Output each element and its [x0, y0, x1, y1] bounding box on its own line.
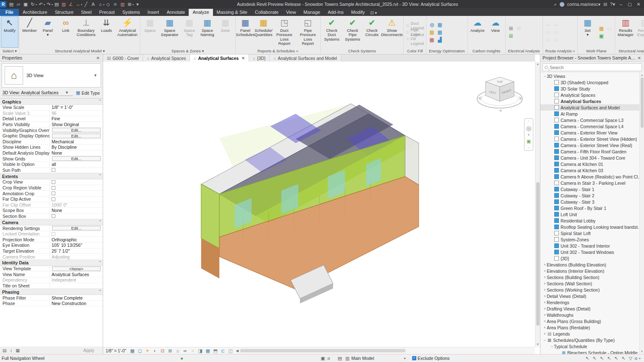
create-load-icon[interactable]: ⊞: [507, 32, 515, 39]
close-icon[interactable]: ✕: [96, 56, 101, 60]
tree-item[interactable]: +Walkthroughs: [540, 312, 644, 318]
property-value[interactable]: 105' 10 13/256": [49, 243, 103, 248]
view-tab-analytical-spaces[interactable]: ⌂Analytical Spaces: [143, 54, 190, 62]
tree-item[interactable]: −▦Schedules/Quantities (By Type): [540, 337, 644, 343]
power-analytical-icon[interactable]: ⊞: [507, 25, 515, 32]
close-button[interactable]: ✕: [636, 2, 641, 7]
property-value[interactable]: Edit...: [49, 127, 103, 133]
worksets-control[interactable]: ▣ :0: [319, 356, 330, 361]
properties-help-icon[interactable]: ▤: [3, 348, 7, 353]
design-options-icon[interactable]: ▥: [344, 356, 351, 361]
select-underlay-icon[interactable]: ↖: [591, 356, 598, 361]
drawing-area[interactable]: ▤G000 - Cover⌂Analytical Spaces⌂Analytic…: [103, 54, 540, 354]
search-icon[interactable]: ⌕: [554, 2, 557, 7]
checkbox[interactable]: [52, 232, 55, 236]
electrical-settings-icon[interactable]: ⊞: [515, 25, 523, 32]
chevron-down-icon[interactable]: ▾: [36, 3, 37, 6]
drag-on-selection-icon[interactable]: ↖: [613, 356, 620, 361]
property-value[interactable]: Adjusting: [49, 254, 103, 259]
ribbon-tab-annotate[interactable]: Annotate: [163, 9, 189, 16]
section-header-phasing[interactable]: Phasingˆ: [0, 289, 103, 295]
reset-icon[interactable]: ↖: [620, 356, 627, 361]
set-button[interactable]: ▦Set ▾: [579, 16, 596, 48]
sun-path-icon[interactable]: ☀: [144, 348, 151, 354]
pipe-pressure-loss-report-button[interactable]: ◱Pipe Pressure Loss Report: [296, 16, 319, 48]
property-value[interactable]: Show Complete: [49, 295, 103, 300]
tree-item[interactable]: +Detail Views (Detail): [540, 293, 644, 299]
space-button[interactable]: ▦Space: [141, 16, 159, 48]
reveal-hidden-elements-icon[interactable]: ○: [189, 348, 197, 354]
tree-item[interactable]: 3D (Shaded) Uncropped: [540, 79, 644, 85]
property-value[interactable]: Fine: [49, 116, 103, 122]
reveal-obstacles-icon[interactable]: ▭: [553, 21, 560, 28]
create-energy-model-icon[interactable]: ▦: [428, 28, 436, 36]
highlight-displacement-icon[interactable]: ⬒: [212, 348, 219, 354]
tree-item[interactable]: +Sections (Building Section): [540, 274, 644, 280]
space-naming-button[interactable]: ▦Space Naming: [199, 16, 216, 48]
panel-button[interactable]: ▰Panel ▾: [39, 16, 57, 48]
chevron-down-icon[interactable]: ▼: [93, 73, 101, 78]
expander-icon[interactable]: +: [543, 332, 547, 336]
tree-item[interactable]: Residential Lobby: [540, 217, 644, 224]
optimize-icon[interactable]: ▟: [436, 36, 444, 43]
property-value[interactable]: Edit...: [49, 225, 103, 231]
tree-item[interactable]: Camera at Kitchen 01: [540, 161, 644, 167]
expander-icon[interactable]: +: [543, 288, 547, 292]
property-value[interactable]: By Discipline: [49, 145, 103, 150]
signed-in-user[interactable]: corina.marinesc▾: [567, 2, 600, 7]
view-cube[interactable]: TOP LEFT FRONT: [475, 75, 526, 115]
view-tab-analytical-surfaces[interactable]: ⌂Analytical Surfaces✕: [190, 54, 249, 62]
model-line-icon[interactable]: ╱: [83, 1, 89, 8]
tree-item[interactable]: Unit 302 - Toward Windows: [540, 249, 644, 255]
tree-item[interactable]: Camera fr Above (Realistic) wo Point Clo…: [540, 173, 644, 180]
tree-item[interactable]: +Drafting Views (Detail): [540, 305, 644, 312]
property-value[interactable]: [49, 191, 103, 196]
workplane-viewer-icon[interactable]: ▭: [605, 25, 613, 32]
show-disconnects-button[interactable]: ⚠Show Disconnects: [381, 16, 402, 48]
property-value[interactable]: Edit...: [49, 133, 103, 139]
edit-type-button[interactable]: ▦ Edit Type: [75, 90, 101, 96]
tree-item[interactable]: Cutaway - Stair 2: [540, 192, 644, 199]
expander-icon[interactable]: +: [543, 275, 547, 279]
default-3d-view-icon[interactable]: ⌂: [97, 1, 104, 8]
ribbon-tab-view[interactable]: View: [282, 9, 300, 16]
temporary-view-properties-icon[interactable]: ◨: [197, 348, 204, 354]
color-fill-legend-button[interactable]: ≣Color Fill Legend: [405, 36, 425, 42]
ribbon-group-label[interactable]: Select ▾: [1, 48, 18, 54]
expander-icon[interactable]: −: [543, 338, 547, 342]
section-header-graphics[interactable]: Graphicsˆ: [0, 98, 103, 105]
project-browser-header[interactable]: Project Browser - Snowdon Towers Sample …: [540, 54, 644, 62]
expander-icon[interactable]: +: [543, 294, 547, 298]
building-type-icon[interactable]: ▦: [436, 28, 444, 36]
loads-button[interactable]: ⇊Loads: [98, 16, 115, 48]
ribbon-tab-add-ins[interactable]: Add-Ins: [324, 9, 348, 16]
boundary-conditions-button[interactable]: ⊥Boundary Conditions: [75, 16, 97, 48]
view-scale-button[interactable]: 1/8" = 1'-0": [103, 349, 129, 353]
chevron-down-icon[interactable]: ▼: [527, 134, 530, 136]
property-value[interactable]: [49, 283, 103, 289]
scroll-up-arrow[interactable]: ▲: [535, 62, 540, 67]
property-value[interactable]: [49, 197, 103, 202]
energy-settings-icon[interactable]: ▦: [436, 21, 444, 28]
route-grid-icon[interactable]: ▭: [553, 36, 560, 43]
check-circuits-button[interactable]: ✔Check Circuits: [363, 16, 381, 48]
tree-item[interactable]: +Area Plans (Rentable): [540, 324, 644, 331]
property-value[interactable]: [49, 231, 103, 237]
ribbon-tab-insert[interactable]: Insert: [144, 9, 163, 16]
ribbon-tab-manage[interactable]: Manage: [300, 9, 324, 16]
property-value[interactable]: Analytical Surfaces: [49, 272, 103, 277]
app-store-icon[interactable]: ⊟: [603, 2, 607, 7]
ribbon-group-label[interactable]: Color Fill: [405, 48, 425, 54]
shadows-icon[interactable]: ◐: [151, 348, 159, 354]
route-update-icon[interactable]: ▭: [545, 28, 552, 36]
property-value[interactable]: None: [49, 208, 103, 213]
tree-item[interactable]: Unit 302 - Toward Interior: [540, 243, 644, 249]
tree-item[interactable]: Camera - Commercial Space L3: [540, 117, 644, 123]
schedule-quantities-button[interactable]: ▦Schedule/ Quantities: [254, 16, 272, 48]
property-value[interactable]: [49, 168, 103, 173]
property-value[interactable]: 96: [49, 111, 103, 116]
property-value[interactable]: None: [49, 150, 103, 156]
ribbon-group-label[interactable]: Structural Analytical Model ▾: [21, 48, 139, 54]
edit-button[interactable]: <None>: [52, 266, 101, 271]
checkbox[interactable]: [52, 214, 55, 218]
